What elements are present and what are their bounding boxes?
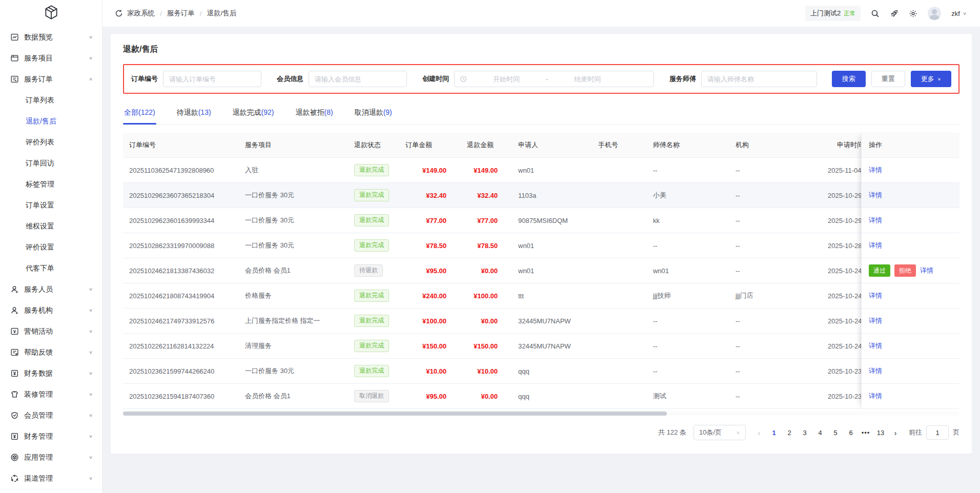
table-body: 20251103625471392808960入驻退款完成¥149.00¥149… <box>123 158 959 409</box>
tab-待退款[interactable]: 待退款(13) <box>176 104 212 124</box>
col-header-org: 机构 <box>729 140 822 150</box>
page-number-3[interactable]: 3 <box>798 427 811 439</box>
detail-link[interactable]: 详情 <box>920 266 933 275</box>
table-header-row: 订单编号服务项目退款状态订单金额退款金额申请人手机号师傅名称机构申请时间 <box>123 133 959 158</box>
user-menu[interactable]: zkf ∨ <box>951 10 967 17</box>
sidebar-subitem-refund-aftersale[interactable]: 退款/售后 <box>0 111 102 132</box>
member-info-input[interactable] <box>309 71 407 87</box>
page-number-4[interactable]: 4 <box>813 427 827 439</box>
date-range-picker[interactable]: - <box>454 71 654 87</box>
sidebar-subitem-order-visit[interactable]: 订单回访 <box>0 153 102 174</box>
sidebar-item-member[interactable]: 会员管理∨ <box>0 405 102 426</box>
tab-count: (8) <box>324 108 333 116</box>
page-size-select[interactable]: 10条/页 ∨ <box>693 425 746 440</box>
sidebar-item-service-staff[interactable]: 服务人员∨ <box>0 279 102 300</box>
table-row: 20251103625471392808960入驻退款完成¥149.00¥149… <box>123 158 959 183</box>
amount-value: ¥10.00 <box>477 367 498 375</box>
order-no-input[interactable] <box>163 71 261 87</box>
prev-page-arrow[interactable]: ‹ <box>753 428 765 437</box>
sidebar-subitem-tag-manage[interactable]: 标签管理 <box>0 174 102 195</box>
tab-全部[interactable]: 全部(122) <box>123 104 156 124</box>
next-page-arrow[interactable]: › <box>889 428 902 437</box>
sidebar-subitem-rights-setting[interactable]: 维权设置 <box>0 216 102 237</box>
tab-count: (9) <box>383 108 392 116</box>
page-number-1[interactable]: 1 <box>767 427 781 439</box>
detail-link[interactable]: 详情 <box>869 392 882 401</box>
end-time-input[interactable] <box>550 75 625 83</box>
sidebar-item-service-project[interactable]: 服务项目∨ <box>0 48 102 69</box>
table-row: 20251022621162814132224清理服务退款完成¥150.00¥1… <box>123 334 959 359</box>
cell-order_amount: ¥95.00 <box>399 393 461 400</box>
detail-link[interactable]: 详情 <box>869 216 882 225</box>
sidebar-subitem-agent-order[interactable]: 代客下单 <box>0 258 102 279</box>
cell-master: wn01 <box>647 267 729 275</box>
cell-refund_amount: ¥149.00 <box>461 167 512 174</box>
detail-link[interactable]: 详情 <box>869 191 882 200</box>
page-number-5[interactable]: 5 <box>829 427 842 439</box>
rocket-icon[interactable] <box>890 9 899 18</box>
app-logo[interactable] <box>0 0 102 27</box>
tab-退款被拒[interactable]: 退款被拒(8) <box>295 104 334 124</box>
start-time-input[interactable] <box>469 75 544 83</box>
chevron-down-icon: ∨ <box>89 350 93 355</box>
sidebar-item-decorate[interactable]: 装修管理∨ <box>0 384 102 405</box>
breadcrumb-item[interactable]: 家政系统 <box>127 9 155 18</box>
page-number-13[interactable]: 13 <box>874 427 887 439</box>
tab-取消退款[interactable]: 取消退款(9) <box>354 104 393 124</box>
sidebar-item-data-overview[interactable]: 数据预览∨ <box>0 27 102 48</box>
detail-link[interactable]: 详情 <box>869 291 882 300</box>
tab-退款完成[interactable]: 退款完成(92) <box>232 104 275 124</box>
user-avatar[interactable] <box>928 7 941 20</box>
search-button[interactable]: 搜索 <box>832 71 866 87</box>
cell-org: -- <box>729 317 822 325</box>
sidebar-item-marketing[interactable]: 营销活动∨ <box>0 321 102 342</box>
sidebar-subitem-review-list[interactable]: 评价列表 <box>0 132 102 153</box>
shop-badge[interactable]: 上门测试2 正常 <box>805 6 861 21</box>
cell-org: -- <box>729 393 822 400</box>
horizontal-scrollbar <box>123 412 959 416</box>
app-icon <box>10 453 19 462</box>
goto-page-input[interactable] <box>926 425 949 440</box>
sidebar-item-channel[interactable]: 渠道管理∨ <box>0 468 102 489</box>
amount-value: ¥0.00 <box>481 267 498 275</box>
gear-icon[interactable] <box>909 9 917 18</box>
sidebar-item-label: 财务管理 <box>24 432 53 441</box>
sidebar-subitem-order-setting[interactable]: 订单设置 <box>0 195 102 216</box>
detail-link[interactable]: 详情 <box>869 241 882 250</box>
more-button[interactable]: 更多∨ <box>911 71 951 87</box>
horizontal-scrollbar-thumb[interactable] <box>123 412 667 416</box>
amount-value: ¥100.00 <box>474 292 498 300</box>
sidebar-item-feedback[interactable]: 帮助反馈∨ <box>0 342 102 363</box>
sidebar-subitem-order-list[interactable]: 订单列表 <box>0 90 102 111</box>
detail-link[interactable]: 详情 <box>869 316 882 325</box>
search-icon[interactable] <box>871 9 880 18</box>
reject-button[interactable]: 拒绝 <box>894 264 916 277</box>
cell-status: 退款完成 <box>348 189 399 201</box>
sidebar-item-service-org[interactable]: 服务机构∨ <box>0 300 102 321</box>
refresh-icon[interactable] <box>115 9 123 17</box>
breadcrumb-item[interactable]: 退款/售后 <box>207 9 237 18</box>
sidebar-item-service-order[interactable]: 服务订单∧ <box>0 69 102 90</box>
col-header-status: 退款状态 <box>348 140 399 150</box>
detail-link[interactable]: 详情 <box>869 166 882 175</box>
master-name-input[interactable] <box>701 71 817 87</box>
page-number-2[interactable]: 2 <box>783 427 796 439</box>
breadcrumb-item[interactable]: 服务订单 <box>167 9 195 18</box>
reset-button[interactable]: 重置 <box>871 71 905 87</box>
page-ellipsis[interactable]: ••• <box>860 429 872 437</box>
sidebar-item-finance-manage[interactable]: 财务管理∨ <box>0 426 102 447</box>
detail-link[interactable]: 详情 <box>869 341 882 351</box>
sidebar-item-perm[interactable]: 权限管理∨ <box>0 489 102 493</box>
cell-order_amount: ¥150.00 <box>399 342 461 350</box>
sidebar-item-label: 服务订单 <box>24 75 53 84</box>
cell-applicant: 32445MU7NAPW <box>512 342 592 350</box>
amount-value: ¥149.00 <box>474 167 498 174</box>
breadcrumb-separator: / <box>200 10 202 17</box>
sidebar-subitem-review-setting[interactable]: 评价设置 <box>0 237 102 258</box>
page-number-6[interactable]: 6 <box>844 427 858 439</box>
approve-button[interactable]: 通过 <box>869 264 890 277</box>
chevron-down-icon: ∨ <box>89 455 93 460</box>
detail-link[interactable]: 详情 <box>869 366 882 376</box>
sidebar-item-finance-data[interactable]: 财务数据∨ <box>0 363 102 384</box>
sidebar-item-app-manage[interactable]: 应用管理∨ <box>0 447 102 468</box>
